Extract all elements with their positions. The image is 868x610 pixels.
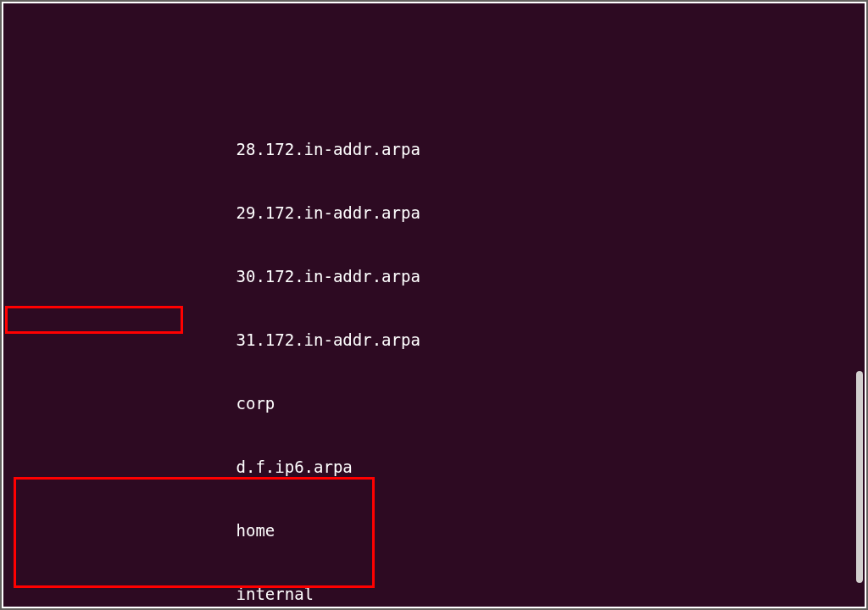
scrollbar-track[interactable] <box>856 7 863 603</box>
domain-entry: 28.172.in-addr.arpa <box>3 140 420 158</box>
scrollbar-thumb[interactable] <box>856 371 863 583</box>
domain-entry: 30.172.in-addr.arpa <box>3 267 420 286</box>
domain-entry: 31.172.in-addr.arpa <box>3 330 420 349</box>
domain-entry: internal <box>3 585 314 603</box>
domain-entry: 29.172.in-addr.arpa <box>3 203 420 222</box>
terminal-output[interactable]: 27.172.in-addr.arpa 28.172.in-addr.arpa … <box>3 3 865 607</box>
window-frame: 27.172.in-addr.arpa 28.172.in-addr.arpa … <box>0 0 868 610</box>
domain-entry: corp <box>3 394 275 413</box>
domain-entry: home <box>3 521 275 540</box>
domain-entry: d.f.ip6.arpa <box>3 458 353 476</box>
